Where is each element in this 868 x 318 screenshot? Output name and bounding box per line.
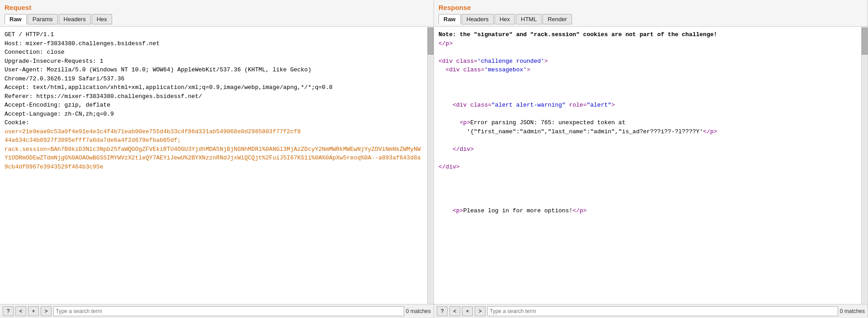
response-panel: Response Raw Headers Hex HTML Render Not… <box>434 0 868 318</box>
response-tab-bar: Raw Headers Hex HTML Render <box>439 14 863 24</box>
response-forward-button[interactable]: > <box>475 306 486 316</box>
request-tab-raw[interactable]: Raw <box>5 14 27 24</box>
response-tab-headers[interactable]: Headers <box>462 14 494 24</box>
request-plus-button[interactable]: + <box>28 306 39 316</box>
response-content: Note: the "signature" and "rack.session"… <box>434 27 861 304</box>
request-match-count: 0 matches <box>406 308 431 314</box>
response-header: Response Raw Headers Hex HTML Render <box>434 0 868 27</box>
response-tab-raw[interactable]: Raw <box>439 14 461 24</box>
response-tab-html[interactable]: HTML <box>516 14 542 24</box>
request-raw-text: GET / HTTP/1.1 Host: mixer-f3834380.chal… <box>5 30 423 171</box>
request-footer: ? < + > 0 matches <box>0 304 434 318</box>
request-tab-hex[interactable]: Hex <box>92 14 112 24</box>
request-scrollbar[interactable] <box>427 27 434 304</box>
request-content: GET / HTTP/1.1 Host: mixer-f3834380.chal… <box>0 27 427 304</box>
response-match-count: 0 matches <box>840 308 865 314</box>
request-header: Request Raw Params Headers Hex <box>0 0 434 27</box>
response-help-button[interactable]: ? <box>437 306 448 316</box>
response-search-input[interactable] <box>487 306 838 316</box>
request-tab-headers[interactable]: Headers <box>59 14 91 24</box>
request-scrollbar-thumb[interactable] <box>428 28 434 55</box>
response-title: Response <box>439 4 863 11</box>
request-title: Request <box>5 4 429 11</box>
request-search-input[interactable] <box>53 306 404 316</box>
request-back-button[interactable]: < <box>15 306 26 316</box>
response-tab-render[interactable]: Render <box>542 14 572 24</box>
response-plus-button[interactable]: + <box>462 306 473 316</box>
request-tab-bar: Raw Params Headers Hex <box>5 14 429 24</box>
response-scrollbar-thumb[interactable] <box>862 28 868 55</box>
response-footer: ? < + > 0 matches <box>434 304 868 318</box>
response-raw-text: Note: the "signature" and "rack.session"… <box>439 30 857 215</box>
request-forward-button[interactable]: > <box>41 306 52 316</box>
response-tab-hex[interactable]: Hex <box>495 14 515 24</box>
response-scrollbar[interactable] <box>861 27 868 304</box>
request-help-button[interactable]: ? <box>3 306 14 316</box>
request-tab-params[interactable]: Params <box>28 14 58 24</box>
response-back-button[interactable]: < <box>449 306 460 316</box>
request-panel: Request Raw Params Headers Hex GET / HTT… <box>0 0 434 318</box>
